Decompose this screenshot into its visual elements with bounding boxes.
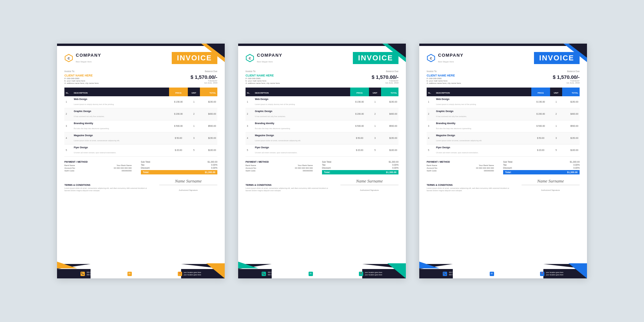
discount-row: Discount: 0.00% — [503, 167, 580, 169]
signature-name: Name Surname — [340, 178, 398, 184]
header: C COMPANY Best Slogan Here INVOICE — [419, 46, 587, 66]
logo-section: C COMPANY Best Slogan Here — [427, 53, 464, 64]
swift-row: Swift Code: 000000000 — [64, 170, 132, 172]
th-sl: SL. — [428, 92, 431, 94]
cell-sl: 3 — [247, 125, 248, 127]
table-row: 4 Magazine Design Lorem ipsum dolor sit … — [427, 132, 580, 145]
top-bar — [238, 44, 406, 46]
svg-text:C: C — [68, 57, 70, 60]
cell-total: $400.00 — [571, 113, 579, 115]
th-unit: UNIT — [373, 92, 377, 94]
client-name: CLIENT NAME HERE — [246, 74, 280, 77]
invoice-card-1: C COMPANY Best Slogan Here INVOICE Invoi… — [238, 44, 406, 278]
corner-bottom-left — [238, 262, 258, 268]
totals-section: Sub Total: $1,300.00 Tax: 0.00% Discount… — [503, 161, 580, 174]
corner-top-right-dark — [569, 44, 587, 58]
client-address: A: address name here, city name here. — [64, 82, 99, 84]
th-desc: DESCRIPTION — [74, 92, 88, 94]
th-desc: DESCRIPTION — [436, 92, 450, 94]
cell-item-name: Flyer Design — [74, 146, 168, 149]
client-address: A: address name here, city name here. — [427, 82, 461, 84]
cell-item-desc: Ut enim ad minim veniam, quis nostrud ex… — [436, 152, 478, 154]
footer: 📞 000 333 456 7890000 333 456 7890 ✉ you… — [238, 269, 406, 278]
account-value: 00 000 000 000 000 — [476, 167, 494, 169]
bank-label: Bank Name — [64, 164, 75, 166]
client-phone: P: 000-000-0000 — [246, 77, 280, 79]
cell-item-desc: Ut enim ad minim veniam, quis nostrud ex… — [74, 152, 116, 154]
email-icon: ✉ — [127, 272, 132, 276]
cell-price: $ 200.00 — [355, 113, 364, 115]
discount-value: 0.00% — [392, 167, 398, 169]
th-total: TOTAL — [210, 92, 216, 94]
footer-email: ✉ your mail name hereyour web address he… — [127, 271, 151, 276]
table-row: 1 Web Design Lorem ipsum is simply dummy… — [246, 96, 398, 108]
footer-phone: 📞 000 333 456 7890000 333 456 7890 — [443, 271, 462, 276]
signature-section: Name Surname Authorized Signature — [159, 178, 217, 192]
cell-unit: 1 — [555, 101, 557, 103]
cell-total: $150.00 — [571, 101, 579, 103]
discount-value: 0.00% — [211, 167, 217, 169]
total-value: $1,300.00 — [205, 171, 215, 173]
cell-sl: 5 — [247, 149, 248, 151]
bank-value: Your Bank Name — [298, 164, 313, 166]
footer-email-text: your mail name hereyour web address here — [133, 271, 151, 276]
invoice-table: SL. DESCRIPTION PRICE UNIT TOTAL 1 Web D… — [64, 88, 217, 157]
swift-label: Swift Code: — [64, 170, 75, 172]
invoice-to-label: Invoice To: — [246, 70, 256, 72]
signature-label: Authorized Signature — [360, 189, 379, 191]
swift-value: 000000000 — [303, 170, 313, 172]
subtotal-label: Sub Total: — [322, 161, 332, 163]
company-name: COMPANY — [438, 53, 464, 58]
terms-text: Lorem ipsum dolor sit amet, consectetur … — [246, 187, 328, 192]
terms-text: Lorem ipsum dolor sit amet, consectetur … — [427, 187, 509, 192]
cell-sl: 1 — [428, 101, 429, 103]
signature-name: Name Surname — [159, 178, 217, 184]
cell-total: $150.00 — [208, 101, 216, 103]
svg-text:C: C — [430, 57, 432, 60]
client-email: E: your mail name here — [427, 80, 461, 82]
email-icon: ✉ — [490, 272, 494, 276]
account-label: Account No: — [246, 167, 257, 169]
balance-section: Balance Due $ 1,570.00/- TUESDAY 1st Jun… — [553, 67, 580, 84]
cell-item-name: Flyer Design — [436, 146, 530, 149]
cell-sl: 2 — [66, 113, 67, 115]
footer-phone-text: 000 333 456 7890000 333 456 7890 — [268, 271, 281, 276]
terms-left: TERMS & CONDITIONS Lorem ipsum dolor sit… — [64, 184, 147, 192]
swift-row: Swift Code: 000000000 — [246, 170, 313, 172]
th-price: PRICE — [538, 92, 544, 94]
company-subtitle: Best Slogan Here — [257, 61, 273, 63]
cell-total: $500.00 — [571, 125, 579, 127]
corner-top-right-dark — [206, 44, 225, 58]
cell-unit: 3 — [374, 137, 376, 139]
invoice-to-label: Invoice To: — [64, 70, 75, 72]
company-logo-icon: C — [64, 54, 73, 62]
th-sl: SL. — [66, 92, 69, 94]
invoice-table: SL. DESCRIPTION PRICE UNIT TOTAL 1 Web D… — [427, 88, 580, 157]
payment-title: PAYMENT / METHOD — [246, 161, 313, 163]
discount-label: Discount: — [141, 167, 150, 169]
table-header-row: SL. DESCRIPTION PRICE UNIT TOTAL — [64, 88, 217, 96]
balance-label: Balance Due — [567, 70, 580, 72]
discount-row: Discount: 0.00% — [141, 167, 217, 169]
company-name: COMPANY — [76, 53, 101, 58]
footer-phone: 📞 000 333 456 7890000 333 456 7890 — [262, 271, 281, 276]
payment-method-section: PAYMENT / METHOD Bank Name Your Bank Nam… — [64, 161, 132, 172]
cell-price: $ 50.00 — [175, 137, 182, 139]
footer-location-text: your location goes hereyour location goe… — [546, 271, 564, 276]
total-label: Total: — [143, 171, 149, 173]
terms-section: TERMS & CONDITIONS Lorem ipsum dolor sit… — [419, 177, 587, 194]
cell-item-name: Web Design — [74, 98, 168, 100]
total-row: Total: $1,300.00 — [322, 170, 398, 174]
client-phone: P: 000-000-0000 — [64, 77, 99, 79]
cell-total: $150.00 — [389, 137, 397, 139]
terms-title: TERMS & CONDITIONS — [246, 184, 328, 186]
footer-email: ✉ your mail name hereyour web address he… — [490, 271, 513, 276]
th-desc: DESCRIPTION — [255, 92, 269, 94]
footer: 📞 000 333 456 7890000 333 456 7890 ✉ you… — [57, 269, 225, 278]
cell-sl: 3 — [66, 125, 67, 127]
phone-icon: 📞 — [443, 272, 447, 276]
cell-price: $ 20.00 — [537, 149, 544, 151]
cell-unit: 5 — [374, 149, 376, 151]
th-total: TOTAL — [572, 92, 578, 94]
svg-text:C: C — [249, 57, 251, 60]
